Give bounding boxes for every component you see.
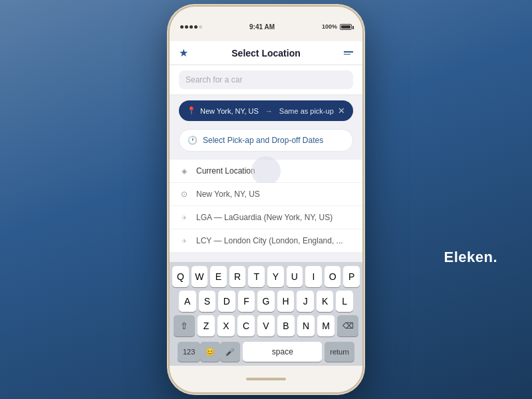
status-time: 9:41 AM [249, 23, 275, 31]
key-x[interactable]: X [217, 315, 235, 336]
location-pill[interactable]: 📍 New York, NY, US → Same as pick-up ✕ [179, 100, 353, 121]
keyboard-row-1: Q W E R T Y U I O P [172, 266, 360, 287]
keyboard-row-2: A S D F G H J K L [172, 291, 360, 312]
shift-key[interactable]: ⇧ [174, 315, 195, 336]
key-u[interactable]: U [287, 266, 303, 287]
pin-icon: 📍 [187, 106, 196, 115]
bottom-bezel [170, 366, 362, 392]
key-y[interactable]: Y [267, 266, 284, 287]
key-o[interactable]: O [325, 266, 341, 287]
delete-key[interactable]: ⌫ [337, 315, 358, 336]
search-input[interactable]: Search for a car [179, 70, 353, 89]
send-icon: ◈ [179, 167, 190, 176]
filter-icon[interactable] [344, 51, 353, 55]
status-bar: 9:41 AM 100% [170, 18, 362, 31]
key-v[interactable]: V [257, 315, 275, 336]
key-k[interactable]: K [317, 291, 334, 312]
key-d[interactable]: D [218, 291, 235, 312]
space-key[interactable]: space [243, 342, 322, 362]
key-g[interactable]: G [257, 291, 275, 312]
home-indicator[interactable] [246, 378, 286, 380]
pill-arrow: → [265, 107, 273, 115]
location-text: Current Location [196, 166, 255, 176]
star-icon[interactable]: ★ [179, 47, 188, 59]
status-right: 100% [322, 23, 352, 30]
location-text: LGA — LaGuardia (New York, NY, US) [196, 213, 332, 222]
location-text: LCY — London City (London, England, ... [196, 236, 343, 245]
key-z[interactable]: Z [198, 315, 215, 336]
page-title: Select Location [231, 48, 300, 59]
location-list: ◈ Current Location ⊙ New York, NY, US ✈ … [170, 154, 362, 262]
phone-shell: 9:41 AM 100% ★ Select Location Search fo… [170, 7, 362, 392]
key-c[interactable]: C [237, 315, 255, 336]
key-l[interactable]: L [336, 291, 353, 312]
date-button-label: Select Pick-ap and Drop-off Dates [203, 136, 323, 145]
screen: ★ Select Location Search for a car 📍 New… [170, 41, 362, 366]
map-pin-icon: ⊙ [179, 190, 190, 199]
list-item[interactable]: ✈ LGA — LaGuardia (New York, NY, US) [170, 206, 362, 229]
key-t[interactable]: T [248, 266, 265, 287]
airport-icon: ✈ [179, 214, 190, 221]
list-item[interactable]: ⊙ New York, NY, US [170, 183, 362, 206]
battery-icon [340, 24, 352, 30]
key-e[interactable]: E [210, 266, 227, 287]
keyboard-bottom-row: 123 😊 🎤 space return [172, 340, 360, 364]
emoji-key[interactable]: 😊 [200, 342, 220, 362]
top-bezel: 9:41 AM 100% [170, 7, 362, 41]
list-item[interactable]: ✈ LCY — London City (London, England, ..… [170, 229, 362, 253]
brand-label: Eleken. [444, 249, 497, 266]
keyboard: Q W E R T Y U I O P A S D F G H J K [170, 262, 362, 366]
airport-icon: ✈ [179, 237, 190, 245]
key-j[interactable]: J [297, 291, 314, 312]
location-text: New York, NY, US [196, 190, 260, 199]
key-b[interactable]: B [277, 315, 295, 336]
key-r[interactable]: R [229, 266, 246, 287]
signal-dots [180, 25, 202, 29]
key-a[interactable]: A [179, 291, 196, 312]
pill-city: New York, NY, US [200, 107, 259, 115]
date-picker-button[interactable]: 🕐 Select Pick-ap and Drop-off Dates [179, 129, 353, 152]
key-f[interactable]: F [238, 291, 255, 312]
numbers-key[interactable]: 123 [178, 342, 200, 362]
search-bar: Search for a car [170, 65, 362, 95]
key-m[interactable]: M [317, 315, 334, 336]
key-h[interactable]: H [277, 291, 295, 312]
nav-bar: ★ Select Location [170, 41, 362, 65]
clock-icon: 🕐 [188, 136, 198, 145]
key-p[interactable]: P [343, 266, 360, 287]
key-i[interactable]: I [305, 266, 322, 287]
mic-key[interactable]: 🎤 [220, 342, 240, 362]
pill-close-button[interactable]: ✕ [338, 106, 345, 116]
return-key[interactable]: return [325, 342, 354, 362]
keyboard-row-3: ⇧ Z X C V B N M ⌫ [172, 315, 360, 336]
key-n[interactable]: N [297, 315, 315, 336]
list-item[interactable]: ◈ Current Location [170, 160, 362, 183]
key-s[interactable]: S [199, 291, 216, 312]
key-q[interactable]: Q [172, 266, 189, 287]
pill-same-as: Same as pick-up [279, 107, 334, 115]
key-w[interactable]: W [192, 266, 208, 287]
battery-percent: 100% [322, 23, 337, 30]
